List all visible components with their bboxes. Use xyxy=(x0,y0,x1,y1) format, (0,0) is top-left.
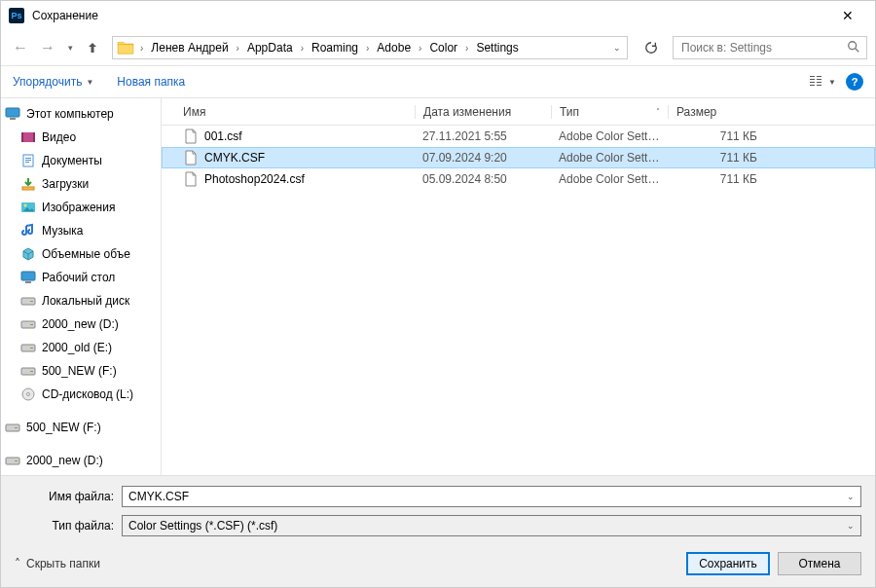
sidebar-item[interactable]: Изображения xyxy=(1,196,161,219)
new-folder-button[interactable]: Новая папка xyxy=(117,75,185,89)
breadcrumb-item[interactable]: Settings xyxy=(472,39,522,56)
folder-icon xyxy=(117,39,134,56)
sidebar-label: 2000_new (D:) xyxy=(42,317,119,331)
sidebar-item[interactable]: 2000_old (E:) xyxy=(1,336,161,359)
svg-rect-17 xyxy=(33,132,35,142)
organize-label: Упорядочить xyxy=(13,75,82,89)
sidebar-label: Загрузки xyxy=(42,177,89,191)
file-name-cell: Photoshop2024.csf xyxy=(175,171,415,187)
filetype-value: Color Settings (*.CSF) (*.csf) xyxy=(128,519,277,533)
breadcrumb-item[interactable]: Adobe xyxy=(373,39,415,56)
column-date[interactable]: Дата изменения xyxy=(415,105,551,119)
svg-rect-7 xyxy=(810,76,815,77)
sidebar-root[interactable]: Этот компьютер xyxy=(1,102,161,126)
breadcrumb-item[interactable]: AppData xyxy=(243,39,297,56)
body: Этот компьютерВидеоДокументыЗагрузкиИзоб… xyxy=(1,98,875,475)
sidebar-item[interactable]: Локальный диск xyxy=(1,289,161,312)
file-type: Adobe Color Setti... xyxy=(551,129,668,143)
organize-button[interactable]: Упорядочить ▼ xyxy=(13,75,93,89)
sidebar-label: Рабочий стол xyxy=(42,271,115,284)
search-box[interactable] xyxy=(673,36,867,59)
sidebar-label: CD-дисковод (L:) xyxy=(42,387,133,401)
column-size[interactable]: Размер xyxy=(668,105,765,119)
disk-icon xyxy=(20,293,36,309)
back-button[interactable]: ← xyxy=(9,36,32,59)
breadcrumb-dropdown[interactable]: ⌄ xyxy=(609,43,625,53)
toolbar: Упорядочить ▼ Новая папка ▼ ? xyxy=(1,65,875,98)
sidebar-item[interactable]: 500_NEW (F:) xyxy=(1,416,161,439)
search-input[interactable] xyxy=(679,40,847,55)
breadcrumb-item[interactable]: Ленев Андрей xyxy=(147,39,232,56)
titlebar: Ps Сохранение ✕ xyxy=(1,1,875,30)
svg-rect-16 xyxy=(21,132,23,142)
close-button[interactable]: ✕ xyxy=(828,8,867,23)
breadcrumb[interactable]: › Ленев Андрей › AppData › Roaming › Ado… xyxy=(112,36,628,59)
column-type[interactable]: Тип˄ xyxy=(551,105,668,119)
file-row[interactable]: Photoshop2024.csf 05.09.2024 8:50 Adobe … xyxy=(162,168,875,190)
help-button[interactable]: ? xyxy=(846,73,863,91)
chevron-up-icon: ˄ xyxy=(15,557,20,570)
chevron-down-icon[interactable]: ⌄ xyxy=(847,521,855,531)
desktop-icon xyxy=(20,270,36,285)
history-dropdown[interactable]: ▾ xyxy=(63,36,77,59)
save-button[interactable]: Сохранить xyxy=(686,552,770,575)
chevron-right-icon: › xyxy=(136,43,147,54)
sidebar-label: 2000_new (D:) xyxy=(26,454,103,467)
chevron-right-icon: › xyxy=(461,43,472,54)
video-icon xyxy=(20,129,36,145)
breadcrumb-item[interactable]: Color xyxy=(425,39,461,56)
music-icon xyxy=(20,223,36,239)
sidebar-label: Видео xyxy=(42,130,76,144)
file-row[interactable]: CMYK.CSF 07.09.2024 9:20 Adobe Color Set… xyxy=(162,147,875,168)
filetype-select[interactable]: Color Settings (*.CSF) (*.csf) ⌄ xyxy=(122,515,861,536)
new-folder-label: Новая папка xyxy=(117,75,185,89)
refresh-button[interactable] xyxy=(639,36,663,59)
sort-arrow-icon: ˄ xyxy=(656,107,660,116)
disk-icon xyxy=(20,316,36,332)
sidebar-label: Объемные объе xyxy=(42,247,130,261)
filename-input[interactable]: CMYK.CSF ⌄ xyxy=(122,486,861,507)
svg-rect-14 xyxy=(817,85,821,86)
svg-rect-22 xyxy=(22,187,34,190)
disk-icon xyxy=(20,340,36,355)
search-icon xyxy=(847,40,860,56)
chevron-right-icon: › xyxy=(362,43,373,54)
sidebar-item[interactable]: Видео xyxy=(1,126,161,149)
file-date: 05.09.2024 8:50 xyxy=(415,172,551,186)
view-mode-button[interactable]: ▼ xyxy=(809,75,836,89)
column-name[interactable]: Имя xyxy=(175,105,415,119)
sidebar-item[interactable]: Загрузки xyxy=(1,172,161,196)
sidebar-item[interactable]: Объемные объе xyxy=(1,242,161,266)
sidebar-item[interactable]: Документы xyxy=(1,149,161,172)
cancel-button[interactable]: Отмена xyxy=(778,552,861,575)
svg-point-24 xyxy=(24,204,27,207)
sidebar-item[interactable]: 500_NEW (F:) xyxy=(1,359,161,383)
cd-icon xyxy=(20,386,36,402)
svg-rect-13 xyxy=(817,82,821,83)
file-row[interactable]: 001.csf 27.11.2021 5:55 Adobe Color Sett… xyxy=(162,126,875,147)
breadcrumb-item[interactable]: Roaming xyxy=(308,39,362,56)
forward-button[interactable]: → xyxy=(36,36,59,59)
navbar: ← → ▾ › Ленев Андрей › AppData › Roaming… xyxy=(1,30,875,65)
svg-rect-11 xyxy=(817,76,821,77)
sidebar-item[interactable]: 2000_new (D:) xyxy=(1,312,161,336)
sidebar-item[interactable]: 2000_new (D:) xyxy=(1,449,161,472)
file-icon xyxy=(183,171,199,187)
file-name-cell: 001.csf xyxy=(175,129,415,144)
sidebar-item[interactable]: Рабочий стол xyxy=(1,266,161,289)
sidebar-label: Этот компьютер xyxy=(26,107,114,121)
sidebar-label: Музыка xyxy=(42,224,83,238)
sidebar-label: Локальный диск xyxy=(42,294,129,308)
svg-rect-15 xyxy=(21,132,35,142)
sidebar-item[interactable]: CD-дисковод (L:) xyxy=(1,383,161,406)
hide-folders-toggle[interactable]: ˄ Скрыть папки xyxy=(15,557,100,570)
sidebar-item[interactable]: Музыка xyxy=(1,219,161,242)
up-button[interactable] xyxy=(81,36,104,59)
chevron-down-icon[interactable]: ⌄ xyxy=(847,492,855,501)
file-date: 27.11.2021 5:55 xyxy=(415,129,551,143)
file-size: 711 КБ xyxy=(668,172,765,186)
svg-rect-10 xyxy=(810,85,815,86)
filename-value: CMYK.CSF xyxy=(128,490,189,503)
downloads-icon xyxy=(20,176,36,192)
disk-icon xyxy=(5,453,20,468)
